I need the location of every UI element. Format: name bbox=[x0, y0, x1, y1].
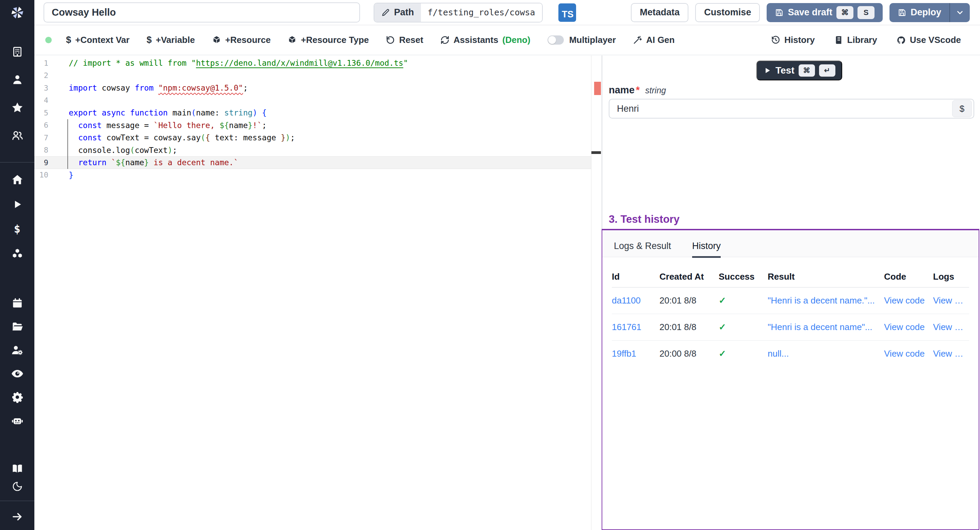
customise-button[interactable]: Customise bbox=[695, 3, 760, 22]
table-row: 16176120:01 8/8✓"Henri is a decent name"… bbox=[612, 314, 969, 341]
view-logs-link[interactable]: View logs bbox=[933, 295, 969, 306]
run-id-link[interactable]: 161761 bbox=[612, 322, 659, 332]
code-line[interactable]: 10} bbox=[34, 169, 591, 182]
code-line[interactable]: 8 console.log(cowText); bbox=[34, 144, 591, 157]
script-name-input[interactable] bbox=[43, 2, 360, 22]
code-line[interactable]: 3import cowsay from "npm:cowsay@1.5.0"; bbox=[34, 82, 591, 94]
overview-ruler-cursor-marker bbox=[592, 151, 601, 154]
tab-history[interactable]: History bbox=[692, 241, 721, 258]
assistants-button[interactable]: Assistants (Deno) bbox=[440, 35, 530, 45]
code-line[interactable]: 9 return `${name} is a decent name.` bbox=[34, 156, 591, 169]
windmill-logo[interactable] bbox=[0, 0, 34, 25]
result-link[interactable]: null... bbox=[768, 348, 884, 359]
add-variable-button[interactable]: $ +Variable bbox=[147, 35, 195, 45]
topbar: Path f/testing_roles/cowsa TS Metadata C… bbox=[34, 0, 980, 25]
deploy-dropdown-button[interactable] bbox=[950, 3, 970, 22]
test-history-panel: Logs & Result History IdCreated AtSucces… bbox=[601, 229, 979, 530]
book-open-icon[interactable] bbox=[0, 461, 34, 477]
field-label: name* string bbox=[609, 85, 666, 96]
run-id-link[interactable]: da1100 bbox=[612, 295, 659, 306]
star-icon[interactable] bbox=[0, 98, 34, 117]
column-header: Success bbox=[719, 271, 768, 282]
building-icon[interactable] bbox=[0, 42, 34, 61]
arrow-right-icon[interactable] bbox=[0, 509, 34, 525]
code-text: return `${name} is a decent name.` bbox=[69, 158, 239, 167]
column-header: Result bbox=[768, 271, 884, 282]
library-button[interactable]: Library bbox=[834, 35, 877, 45]
play-icon bbox=[763, 66, 772, 75]
created-at: 20:01 8/8 bbox=[659, 322, 719, 332]
table-row: 19ffb120:00 8/8✓null...View codeView log… bbox=[612, 341, 969, 367]
gear-icon[interactable] bbox=[0, 388, 34, 407]
view-code-link[interactable]: View code bbox=[884, 348, 933, 359]
history-clock-icon bbox=[771, 35, 780, 45]
user-icon[interactable] bbox=[0, 70, 34, 89]
rotate-ccw-icon bbox=[386, 35, 395, 45]
bot-icon[interactable] bbox=[0, 411, 34, 430]
path-value[interactable]: f/testing_roles/cowsa bbox=[421, 3, 542, 22]
result-link[interactable]: "Henri is a decent name"... bbox=[768, 322, 884, 332]
code-line[interactable]: 1// import * as wmill from "https://deno… bbox=[34, 57, 591, 69]
line-number: 8 bbox=[34, 146, 48, 154]
result-link[interactable]: "Henri is a decent name."... bbox=[768, 295, 884, 306]
folder-open-icon[interactable] bbox=[0, 317, 34, 336]
tab-logs-result[interactable]: Logs & Result bbox=[614, 241, 671, 257]
view-logs-link[interactable]: View logs bbox=[933, 348, 969, 359]
moon-icon[interactable] bbox=[0, 478, 34, 495]
ai-gen-button[interactable]: AI Gen bbox=[633, 35, 675, 45]
deploy-button[interactable]: Deploy bbox=[889, 3, 970, 22]
add-resource-button[interactable]: +Resource bbox=[212, 35, 271, 45]
use-vscode-button[interactable]: Use VScode bbox=[896, 35, 961, 45]
code-line[interactable]: 6 const message = `Hello there, ${name}!… bbox=[34, 119, 591, 132]
sidebar: $ bbox=[0, 0, 34, 530]
line-number: 5 bbox=[34, 109, 48, 117]
code-text: } bbox=[69, 171, 73, 179]
view-code-link[interactable]: View code bbox=[884, 322, 933, 332]
users-icon[interactable] bbox=[0, 126, 34, 145]
test-history-title: 3. Test history bbox=[609, 213, 679, 225]
user-cog-icon[interactable] bbox=[0, 341, 34, 360]
save-icon bbox=[898, 8, 907, 17]
add-context-var-button[interactable]: $ +Context Var bbox=[66, 35, 130, 45]
wand-icon bbox=[633, 35, 642, 45]
dollar-icon[interactable]: $ bbox=[0, 219, 34, 238]
history-table: IdCreated AtSuccessResultCodeLogs da1100… bbox=[612, 266, 969, 367]
path-label: Path bbox=[394, 7, 414, 18]
view-code-link[interactable]: View code bbox=[884, 295, 933, 306]
code-text: console.log(cowText); bbox=[69, 146, 177, 155]
code-line[interactable]: 4 bbox=[34, 94, 591, 107]
reset-button[interactable]: Reset bbox=[386, 35, 423, 45]
metadata-button[interactable]: Metadata bbox=[631, 3, 688, 22]
view-logs-link[interactable]: View logs bbox=[933, 322, 969, 332]
multiplayer-toggle[interactable] bbox=[547, 35, 564, 45]
play-icon[interactable] bbox=[0, 195, 34, 214]
code-text: // import * as wmill from "https://deno.… bbox=[69, 59, 408, 67]
home-icon[interactable] bbox=[0, 170, 34, 189]
name-input[interactable] bbox=[609, 104, 952, 114]
sidebar-divider bbox=[0, 501, 34, 501]
table-row: da110020:01 8/8✓"Henri is a decent name.… bbox=[612, 287, 969, 314]
path-button[interactable]: Path f/testing_roles/cowsa bbox=[374, 3, 543, 22]
code-lines: 1// import * as wmill from "https://deno… bbox=[34, 56, 601, 181]
column-header: Logs bbox=[933, 271, 969, 282]
line-number: 9 bbox=[34, 158, 48, 167]
column-header: Created At bbox=[659, 271, 719, 282]
eye-icon[interactable] bbox=[0, 364, 34, 383]
field-type: string bbox=[645, 86, 666, 95]
history-button[interactable]: History bbox=[771, 35, 815, 45]
code-text: const cowText = cowsay.say({ text: messa… bbox=[69, 133, 295, 142]
code-line[interactable]: 5export async function main(name: string… bbox=[34, 107, 591, 119]
save-draft-button[interactable]: Save draft ⌘ S bbox=[767, 3, 883, 22]
test-button[interactable]: Test ⌘ ↵ bbox=[756, 61, 842, 80]
github-icon bbox=[896, 35, 906, 45]
cubes-icon[interactable] bbox=[0, 244, 34, 263]
variable-picker-button[interactable]: $ bbox=[952, 100, 972, 117]
code-line[interactable]: 7 const cowText = cowsay.say({ text: mes… bbox=[34, 131, 591, 144]
code-editor[interactable]: 1// import * as wmill from "https://deno… bbox=[34, 56, 601, 530]
add-resource-type-button[interactable]: +Resource Type bbox=[288, 35, 369, 45]
calendar-icon[interactable] bbox=[0, 294, 34, 313]
run-id-link[interactable]: 19ffb1 bbox=[612, 348, 659, 359]
column-header: Code bbox=[884, 271, 933, 282]
code-line[interactable]: 2 bbox=[34, 69, 591, 82]
typescript-badge: TS bbox=[558, 3, 576, 22]
